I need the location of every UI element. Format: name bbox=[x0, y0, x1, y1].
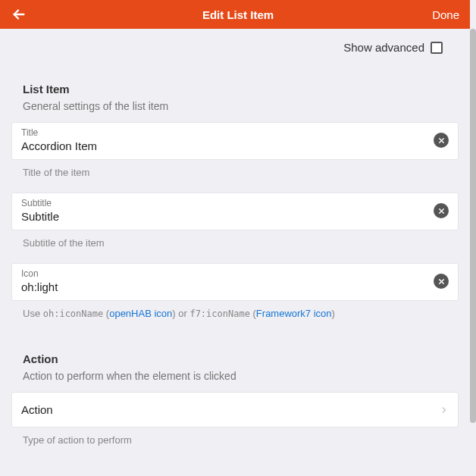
icon-field-label: Icon bbox=[21, 268, 434, 279]
page-title: Edit List Item bbox=[202, 8, 274, 21]
title-helper: Title of the item bbox=[12, 159, 458, 178]
subtitle-input[interactable] bbox=[21, 210, 434, 223]
title-clear-button[interactable] bbox=[434, 133, 449, 148]
section-heading-action: Action bbox=[12, 352, 458, 365]
title-input[interactable] bbox=[21, 139, 434, 152]
framework7-icon-link[interactable]: Framework7 icon bbox=[256, 308, 332, 319]
show-advanced-label: Show advanced bbox=[343, 41, 424, 54]
subtitle-clear-button[interactable] bbox=[434, 203, 449, 218]
close-icon bbox=[437, 277, 446, 286]
icon-helper: Use oh:iconName (openHAB icon) or f7:ico… bbox=[12, 300, 458, 319]
arrow-left-icon bbox=[11, 6, 27, 23]
chevron-right-icon bbox=[440, 406, 449, 415]
close-icon bbox=[437, 136, 446, 145]
show-advanced-row: Show advanced bbox=[0, 29, 470, 57]
icon-field-card: Icon bbox=[12, 264, 458, 300]
back-button[interactable] bbox=[8, 3, 30, 26]
section-heading-list-item: List Item bbox=[12, 83, 458, 96]
subtitle-field-card: Subtitle bbox=[12, 193, 458, 230]
title-field-card: Title bbox=[12, 123, 458, 159]
done-button[interactable]: Done bbox=[432, 8, 459, 21]
title-field-label: Title bbox=[21, 127, 434, 138]
close-icon bbox=[437, 207, 446, 215]
action-helper: Type of action to perform bbox=[12, 427, 458, 446]
section-desc-list-item: General settings of the list item bbox=[12, 100, 458, 112]
show-advanced-checkbox[interactable] bbox=[431, 42, 443, 54]
action-select-label: Action bbox=[21, 403, 53, 416]
icon-input[interactable] bbox=[21, 280, 434, 293]
header: Edit List Item Done bbox=[0, 0, 470, 29]
subtitle-field-label: Subtitle bbox=[21, 198, 434, 208]
openhab-icon-link[interactable]: openHAB icon bbox=[109, 308, 172, 319]
section-desc-action: Action to perform when the element is cl… bbox=[12, 370, 458, 382]
action-select[interactable]: Action bbox=[12, 393, 458, 427]
icon-clear-button[interactable] bbox=[434, 274, 449, 289]
scrollbar[interactable] bbox=[470, 29, 476, 423]
subtitle-helper: Subtitle of the item bbox=[12, 230, 458, 249]
